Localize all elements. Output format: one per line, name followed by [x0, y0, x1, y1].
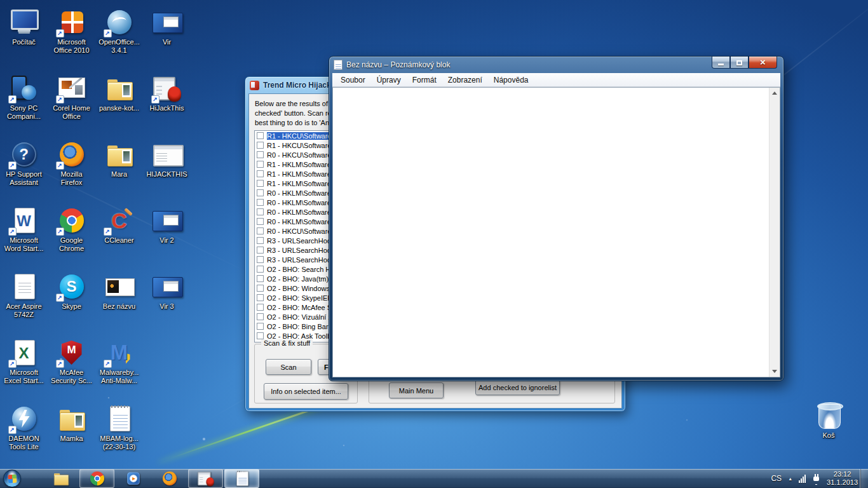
scan-item-checkbox[interactable]: [257, 218, 264, 225]
vertical-scrollbar[interactable]: [769, 88, 780, 377]
scan-button[interactable]: Scan: [266, 359, 311, 375]
desktop-icon-vir-2[interactable]: Vir 2: [143, 203, 191, 269]
scan-item-checkbox[interactable]: [257, 266, 264, 273]
network-signal-icon[interactable]: [799, 475, 806, 483]
scan-item-checkbox[interactable]: [257, 313, 264, 320]
taskbar-button-notepad[interactable]: [224, 469, 259, 488]
folder-icon: [52, 470, 70, 487]
menu-n-pov-da[interactable]: Nápověda: [488, 76, 534, 85]
desktop-icon-vir[interactable]: Vir: [143, 5, 191, 71]
taskbar-button-hijackthis[interactable]: [188, 469, 223, 488]
shortcut-arrow-icon: ↗: [56, 360, 64, 368]
desktop-icon-corel-home-office[interactable]: ↗Corel Home Office: [48, 71, 95, 137]
shortcut-arrow-icon: ↗: [8, 360, 17, 368]
scan-item-checkbox[interactable]: [257, 304, 264, 311]
word-icon: W↗: [9, 207, 39, 234]
desktop-icon-po-ta[interactable]: Počítač: [0, 5, 48, 71]
menu-form-t[interactable]: Formát: [407, 76, 442, 85]
desktop-icon-mara[interactable]: Mara: [95, 137, 143, 203]
desktop-icon-mamka[interactable]: Mamka: [48, 402, 95, 468]
scan-item-checkbox[interactable]: [257, 199, 264, 206]
scan-item-checkbox[interactable]: [257, 151, 264, 158]
desktop-icon-hijackthis[interactable]: HIJACKTHIS: [143, 137, 191, 203]
shortcut-arrow-icon: ↗: [104, 227, 112, 236]
maximize-button[interactable]: [730, 57, 749, 69]
skype-icon: S↗: [57, 273, 87, 301]
desktop-icon-microsoft-excel-start[interactable]: X↗Microsoft Excel Start...: [0, 336, 48, 402]
scan-item-checkbox[interactable]: [257, 142, 264, 149]
taskbar-buttons: ▶: [43, 469, 259, 488]
scan-item-checkbox[interactable]: [257, 256, 264, 263]
notepad-edit-area[interactable]: [332, 87, 780, 377]
scan-item-checkbox[interactable]: [257, 294, 264, 301]
scan-item-checkbox[interactable]: [257, 161, 264, 168]
scan-item-checkbox[interactable]: [257, 208, 264, 215]
desktop-icon-openoffice-3-4-1[interactable]: ↗OpenOffice... 3.4.1: [95, 5, 143, 71]
minimize-button[interactable]: [712, 57, 730, 69]
desktop-icon-panske-kot[interactable]: panske-kot...: [95, 71, 143, 137]
notepad-menubar: SouborÚpravyFormátZobrazeníNápověda: [332, 73, 780, 87]
scan-item-checkbox[interactable]: [257, 323, 264, 330]
taskbar-button-firefox[interactable]: [152, 469, 187, 488]
desktop-icon-skype[interactable]: S↗Skype: [48, 269, 95, 336]
desktop-icon-microsoft-word-start[interactable]: W↗Microsoft Word Start...: [0, 203, 48, 269]
desktop-icon-bez-n-zvu[interactable]: Bez názvu: [95, 269, 143, 336]
scan-item-checkbox[interactable]: [257, 180, 264, 187]
window-shot-icon: [152, 8, 182, 36]
window-shot-icon: [152, 273, 182, 301]
scroll-down-button[interactable]: [770, 366, 780, 377]
scan-item-checkbox[interactable]: [257, 170, 264, 177]
hidden-icons-chevron-icon[interactable]: ▲: [788, 477, 792, 481]
clock-time: 23:12: [827, 470, 858, 478]
close-button[interactable]: ×: [749, 57, 777, 69]
malwarebytes-icon: M↗: [104, 339, 135, 367]
scan-item-checkbox[interactable]: [257, 227, 264, 234]
scan-item-checkbox[interactable]: [257, 237, 264, 244]
desktop-icon-mcafee-security-sc[interactable]: M↗McAfee Security Sc...: [48, 336, 95, 402]
desktop-icon-malwareby-anti-malw[interactable]: M↗Malwareby... Anti-Malw...: [95, 336, 143, 402]
power-plug-icon[interactable]: [812, 474, 820, 484]
scan-item-checkbox[interactable]: [257, 189, 264, 196]
taskbar-button-wmp[interactable]: ▶: [116, 469, 151, 488]
desktop-icon-google-chrome[interactable]: ↗Google Chrome: [48, 203, 95, 269]
up-arrow-icon: [772, 92, 777, 95]
start-button[interactable]: [3, 470, 21, 487]
wallpaper-sparkles: [0, 0, 1, 1]
menu-pravy[interactable]: Úpravy: [371, 76, 407, 85]
info-selected-item-button[interactable]: Info on selected item...: [264, 383, 348, 400]
scan-item-checkbox[interactable]: [257, 285, 264, 292]
scan-item-checkbox[interactable]: [257, 132, 264, 139]
desktop-icon-acer-aspire-5742z[interactable]: Acer Aspire 5742Z: [0, 269, 48, 336]
desktop-icon-daemon-tools-lite[interactable]: ↗DAEMON Tools Lite: [0, 402, 48, 468]
language-indicator[interactable]: CS: [771, 474, 782, 483]
taskbar-clock[interactable]: 23:12 31.1.2013: [827, 470, 858, 487]
image-file-icon: [104, 273, 135, 301]
desktop-icon-vir-3[interactable]: Vir 3: [143, 269, 191, 336]
desktop-icon-microsoft-office-2010[interactable]: ↗Microsoft Office 2010: [48, 5, 95, 71]
taskbar-button-chrome[interactable]: [79, 469, 114, 488]
desktop-icon-label: Mamka: [60, 435, 83, 443]
firefox-icon: [161, 470, 179, 487]
scan-item-checkbox[interactable]: [257, 247, 264, 254]
desktop-icon-sony-pc-compani[interactable]: ↗Sony PC Compani...: [0, 71, 48, 137]
shortcut-arrow-icon: ↗: [8, 227, 17, 236]
shortcut-arrow-icon: ↗: [56, 29, 64, 37]
notepad-file-icon: [104, 405, 135, 433]
desktop-icon-mbam-log-22-30-13[interactable]: MBAM-log... (22-30-13): [95, 402, 143, 468]
menu-soubor[interactable]: Soubor: [335, 76, 371, 85]
scan-item-label: R1 - HKLM\Software: [267, 170, 331, 178]
add-checked-to-ignorelist-button[interactable]: Add checked to ignorelist: [475, 380, 560, 395]
taskbar-button-explorer[interactable]: [43, 469, 78, 488]
scan-item-label: R0 - HKLM\Software: [267, 189, 331, 197]
desktop-icon-mozilla-firefox[interactable]: ↗Mozilla Firefox: [48, 137, 95, 203]
desktop-icon-hijackthis[interactable]: ↗HiJackThis: [143, 71, 191, 137]
scan-item-checkbox[interactable]: [257, 275, 264, 282]
scroll-up-button[interactable]: [770, 88, 780, 98]
desktop-icon-recycle-bin[interactable]: Koš: [803, 402, 854, 440]
desktop-icon-hp-support-assistant[interactable]: ?↗HP Support Assistant: [0, 137, 48, 203]
menu-zobrazen[interactable]: Zobrazení: [442, 76, 488, 85]
scan-item-checkbox[interactable]: [257, 332, 264, 339]
main-menu-button[interactable]: Main Menu: [389, 383, 444, 398]
show-desktop-button[interactable]: [860, 469, 868, 488]
desktop-icon-ccleaner[interactable]: C↗CCleaner: [95, 203, 143, 269]
